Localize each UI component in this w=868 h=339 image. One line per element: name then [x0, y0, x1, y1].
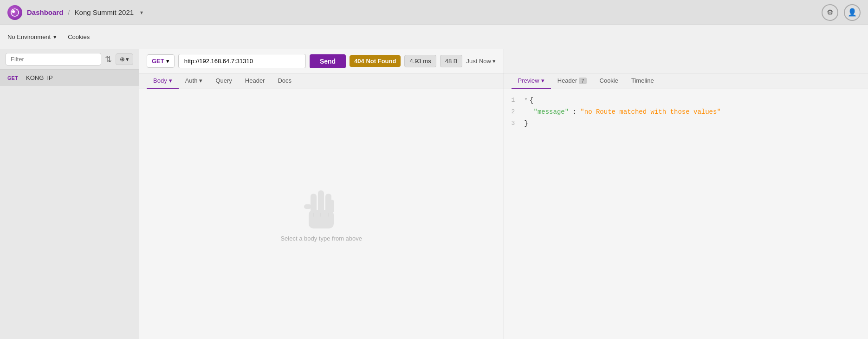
project-name[interactable]: Kong Summit 2021: [75, 8, 134, 16]
response-body-area: 1 ▾ { 2 "message" : "no Route matched wi…: [504, 89, 868, 339]
resp-tab-preview[interactable]: Preview ▾: [512, 73, 551, 89]
svg-rect-7: [304, 204, 311, 209]
cookies-button[interactable]: Cookies: [64, 33, 93, 40]
resp-tab-timeline[interactable]: Timeline: [625, 73, 661, 89]
sidebar: ⇅ ⊕ ▾ GET KONG_IP: [0, 49, 139, 339]
add-button[interactable]: ⊕ ▾: [116, 53, 133, 65]
environment-selector[interactable]: No Environment ▾: [7, 33, 57, 40]
resp-tab-cookie[interactable]: Cookie: [593, 73, 625, 89]
status-badge: 404 Not Found: [350, 55, 401, 67]
request-tabs: Body ▾ Auth ▾ Query Header Docs: [139, 73, 504, 89]
add-dropdown-icon: ▾: [126, 56, 129, 63]
hand-icon: [300, 187, 342, 235]
request-panel: GET ▾ Send 404 Not Found 4.93 ms 48 B Ju…: [139, 49, 504, 339]
sort-button[interactable]: ⇅: [105, 54, 112, 65]
tab-auth[interactable]: Auth ▾: [179, 73, 209, 89]
json-line-3: 3 }: [512, 118, 861, 130]
tab-header[interactable]: Header: [239, 73, 272, 89]
main-layout: ⇅ ⊕ ▾ GET KONG_IP GET ▾ Send 404 Not Fou…: [0, 49, 868, 339]
settings-button[interactable]: ⚙: [822, 4, 838, 21]
dashboard-link[interactable]: Dashboard: [27, 8, 63, 16]
header-badge: 7: [579, 78, 586, 84]
tab-body[interactable]: Body ▾: [147, 73, 179, 89]
svg-point-0: [11, 9, 19, 16]
sidebar-item-name: KONG_IP: [26, 74, 53, 81]
method-text: GET: [152, 58, 164, 65]
sidebar-item-kong-ip[interactable]: GET KONG_IP: [0, 70, 139, 86]
topbar: Dashboard / Kong Summit 2021 ▾ ⚙ 👤: [0, 0, 868, 25]
method-dropdown-icon: ▾: [166, 58, 169, 65]
just-now-label[interactable]: Just Now ▾: [466, 58, 496, 65]
filter-input[interactable]: [6, 53, 101, 65]
svg-point-1: [12, 10, 15, 13]
environment-label: No Environment: [7, 33, 51, 40]
response-panel: Preview ▾ Header 7 Cookie Timeline 1 ▾ {…: [504, 49, 868, 339]
body-hint-text: Select a body type from above: [280, 235, 362, 242]
topbar-right: ⚙ 👤: [822, 4, 861, 21]
svg-rect-3: [311, 194, 317, 213]
json-line-2: 2 "message" : "no Route matched with tho…: [512, 106, 861, 118]
url-bar: GET ▾ Send 404 Not Found 4.93 ms 48 B Ju…: [139, 49, 504, 73]
url-input[interactable]: [178, 54, 306, 68]
response-tabs: Preview ▾ Header 7 Cookie Timeline: [504, 73, 868, 89]
resp-tab-header[interactable]: Header 7: [551, 73, 593, 89]
topbar-left: Dashboard / Kong Summit 2021 ▾: [7, 5, 143, 20]
svg-rect-4: [318, 190, 324, 213]
method-badge: GET: [7, 75, 22, 81]
response-time: 4.93 ms: [404, 55, 436, 67]
svg-rect-6: [329, 200, 334, 213]
tab-docs[interactable]: Docs: [271, 73, 298, 89]
request-bar: No Environment ▾ Cookies: [0, 25, 868, 49]
sidebar-toolbar: ⇅ ⊕ ▾: [0, 49, 139, 70]
response-size: 48 B: [440, 55, 463, 67]
project-dropdown-icon[interactable]: ▾: [140, 9, 143, 16]
logo: [7, 5, 22, 20]
request-body-area: Select a body type from above: [139, 89, 504, 339]
tab-query[interactable]: Query: [209, 73, 238, 89]
send-button[interactable]: Send: [310, 54, 346, 68]
method-select[interactable]: GET ▾: [147, 54, 175, 68]
environment-dropdown-icon: ▾: [53, 33, 57, 40]
user-button[interactable]: 👤: [844, 4, 861, 21]
response-url-bar-spacer: [504, 49, 868, 73]
breadcrumb-sep: /: [68, 8, 70, 16]
json-line-1: 1 ▾ {: [512, 95, 861, 106]
add-icon: ⊕: [120, 56, 125, 63]
